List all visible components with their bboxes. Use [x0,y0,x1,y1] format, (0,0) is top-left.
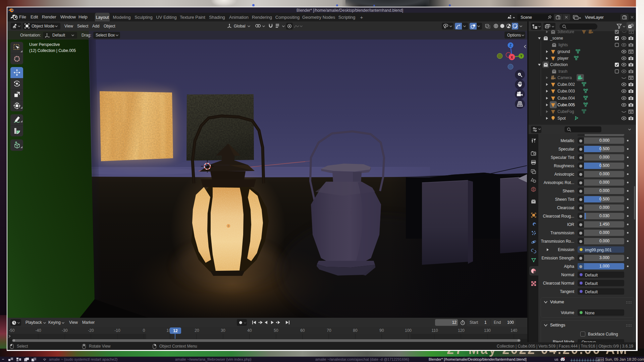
svg-text:Y: Y [520,54,523,58]
svg-text:Z: Z [509,44,512,47]
svg-text:X: X [511,55,513,59]
